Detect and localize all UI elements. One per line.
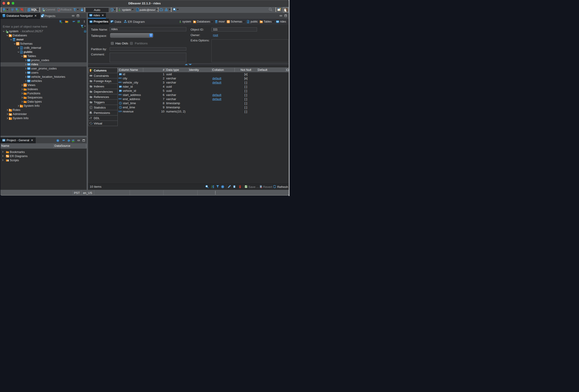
svg-text:‹T: ‹T	[89, 117, 92, 120]
